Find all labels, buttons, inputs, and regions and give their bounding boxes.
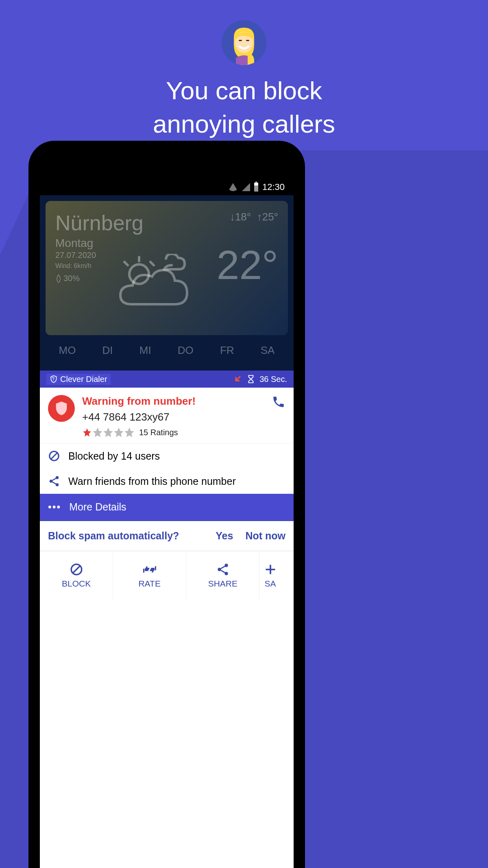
- dialer-header: Clever Dialer 36 Sec.: [40, 371, 294, 388]
- hero-line1: You can block: [166, 76, 322, 105]
- svg-line-22: [221, 570, 225, 573]
- plus-icon: [264, 563, 277, 576]
- battery-icon: [254, 183, 258, 192]
- warning-card: Warning from number! +44 7864 123xy67 15…: [40, 388, 294, 443]
- svg-point-8: [53, 380, 54, 381]
- star-icon: [93, 427, 102, 437]
- warning-title: Warning from number!: [82, 395, 264, 408]
- forecast-day: MO: [59, 344, 76, 357]
- cloud-sun-icon: [111, 254, 192, 315]
- rate-button[interactable]: RATE: [113, 551, 186, 600]
- svg-rect-2: [239, 40, 242, 41]
- thumbs-icon: [142, 563, 158, 576]
- status-time: 12:30: [262, 182, 285, 192]
- phone-icon[interactable]: [272, 395, 285, 409]
- forecast-row: MO DI MI DO FR SA: [40, 341, 294, 362]
- svg-line-10: [51, 453, 57, 459]
- action-bar: BLOCK RATE SHARE SA: [40, 551, 294, 600]
- shield-warning-icon: [48, 395, 75, 422]
- more-details-row[interactable]: ••• More Details: [40, 494, 294, 520]
- svg-line-14: [52, 478, 56, 480]
- auto-notnow-button[interactable]: Not now: [245, 530, 285, 542]
- status-bar: 12:30: [40, 179, 294, 195]
- hero-line2: annoying callers: [153, 110, 335, 138]
- more-details-label: More Details: [69, 501, 126, 513]
- phone-frame: 12:30 Nürnberg Montag 27.07.2020 Wind: 6…: [28, 141, 305, 868]
- dots-icon: •••: [48, 501, 61, 513]
- drop-icon: [55, 275, 62, 283]
- svg-point-11: [56, 476, 59, 480]
- hero-avatar: [222, 20, 266, 65]
- svg-line-6: [124, 262, 128, 265]
- arrow-down-left-icon: [233, 374, 242, 384]
- brand-label: Clever Dialer: [60, 375, 107, 384]
- weather-card: Nürnberg Montag 27.07.2020 Wind: 6km/h 3…: [46, 201, 288, 335]
- svg-point-19: [218, 567, 221, 571]
- svg-line-21: [221, 566, 225, 569]
- star-icon: [82, 427, 92, 437]
- block-icon: [70, 563, 83, 576]
- phone-number: +44 7864 123xy67: [82, 411, 264, 423]
- forecast-day: MI: [139, 344, 151, 357]
- weather-current-temp: 22°: [217, 242, 278, 288]
- svg-point-18: [224, 563, 228, 567]
- forecast-day: DI: [102, 344, 113, 357]
- blocked-row[interactable]: Blocked by 14 users: [40, 443, 294, 469]
- svg-line-17: [73, 566, 80, 573]
- svg-point-20: [224, 571, 228, 575]
- wifi-icon: [228, 183, 238, 191]
- share-icon: [48, 475, 60, 487]
- auto-block-question: Block spam automatically?: [48, 530, 203, 542]
- star-icon: [114, 427, 124, 437]
- forecast-day: DO: [178, 344, 194, 357]
- call-timer: 36 Sec.: [259, 375, 287, 384]
- shield-icon: [50, 375, 58, 383]
- share-button[interactable]: SHARE: [186, 551, 259, 600]
- hourglass-icon: [246, 375, 255, 384]
- ratings-count: 15 Ratings: [139, 428, 178, 437]
- hero-title: You can block annoying callers: [0, 74, 488, 141]
- svg-line-15: [52, 482, 56, 484]
- weather-lowhigh: ↓18° ↑25°: [230, 211, 278, 223]
- warn-friends-row[interactable]: Warn friends from this phone number: [40, 469, 294, 494]
- phone-screen: 12:30 Nürnberg Montag 27.07.2020 Wind: 6…: [40, 179, 294, 868]
- brand: Clever Dialer: [46, 374, 111, 385]
- svg-line-7: [150, 262, 154, 265]
- svg-point-12: [50, 480, 53, 483]
- rating-stars: 15 Ratings: [82, 427, 264, 437]
- auto-block-row: Block spam automatically? Yes Not now: [40, 520, 294, 551]
- star-icon: [103, 427, 113, 437]
- save-button[interactable]: SA: [259, 551, 294, 600]
- warn-friends-text: Warn friends from this phone number: [68, 475, 236, 487]
- forecast-day: FR: [220, 344, 234, 357]
- blocked-text: Blocked by 14 users: [68, 450, 160, 462]
- svg-point-13: [56, 483, 59, 486]
- star-icon: [124, 427, 134, 437]
- forecast-day: SA: [261, 344, 275, 357]
- block-icon: [48, 450, 60, 462]
- auto-yes-button[interactable]: Yes: [216, 530, 233, 542]
- dialer-overlay: Clever Dialer 36 Sec. Warning from numbe…: [40, 371, 294, 868]
- svg-rect-3: [246, 40, 249, 41]
- signal-icon: [242, 183, 250, 191]
- block-button[interactable]: BLOCK: [40, 551, 113, 600]
- share-icon: [216, 563, 230, 576]
